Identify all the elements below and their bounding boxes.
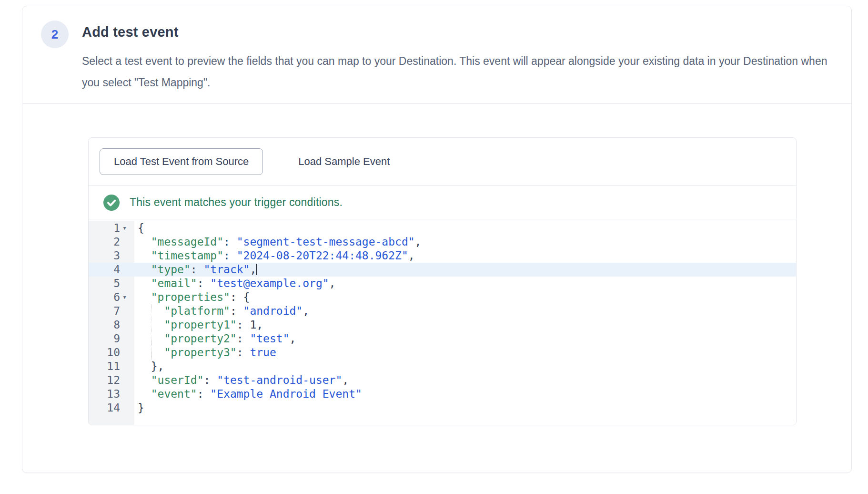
gutter-cell: 14 [89,401,134,415]
line-number: 7 [113,304,120,318]
gutter-cell: 10 [89,346,134,360]
gutter-cell: 4 [89,263,134,277]
line-number: 12 [107,373,120,387]
gutter-cell: 6▾ [89,290,134,304]
code-line[interactable]: 13 "event": "Example Android Event" [89,387,796,401]
fold-slot [120,277,134,290]
editor-filler [89,415,796,425]
code-line[interactable]: 7 "platform": "android", [89,304,796,318]
gutter-cell: 2 [89,235,134,249]
line-number: 1 [113,221,120,235]
test-event-panel: Load Test Event from Source Load Sample … [88,137,797,425]
indent-guide [151,332,151,346]
step-number-badge: 2 [41,21,69,48]
code-content[interactable]: "property2": "test", [134,332,796,346]
line-number: 14 [107,401,120,415]
fold-slot [120,360,134,373]
line-number: 6 [113,290,120,304]
text-cursor [256,264,257,275]
code-content[interactable]: "type": "track", [134,263,796,277]
code-content[interactable]: "event": "Example Android Event" [134,387,796,401]
code-content[interactable]: "messageId": "segment-test-message-abcd"… [134,235,796,249]
card-header: 2 Add test event Select a test event to … [22,6,851,103]
line-number: 5 [113,277,120,290]
line-number: 2 [113,235,120,249]
code-content[interactable]: "userId": "test-android-user", [134,373,796,387]
line-number: 3 [113,249,120,263]
line-number: 11 [107,360,120,373]
fold-slot [120,387,134,401]
code-content[interactable]: { [134,221,796,235]
code-line[interactable]: 5 "email": "test@example.org", [89,277,796,290]
code-content[interactable]: }, [134,360,796,373]
code-line[interactable]: 10 "property3": true [89,346,796,360]
code-content[interactable]: "property1": 1, [134,318,796,332]
gutter-cell: 9 [89,332,134,346]
event-source-toolbar: Load Test Event from Source Load Sample … [89,138,796,186]
code-line[interactable]: 6▾ "properties": { [89,290,796,304]
code-content[interactable]: } [134,401,796,415]
fold-slot [120,249,134,263]
code-content[interactable]: "email": "test@example.org", [134,277,796,290]
code-line[interactable]: 8 "property1": 1, [89,318,796,332]
line-number: 13 [107,387,120,401]
code-content[interactable]: "platform": "android", [134,304,796,318]
code-line[interactable]: 9 "property2": "test", [89,332,796,346]
fold-toggle-icon[interactable]: ▾ [120,290,134,304]
gutter-cell: 1▾ [89,221,134,235]
gutter-cell: 7 [89,304,134,318]
code-editor[interactable]: 1▾{2 "messageId": "segment-test-message-… [89,219,796,425]
fold-slot [120,263,134,277]
code-line[interactable]: 3 "timestamp": "2024-08-20T22:44:48.962Z… [89,249,796,263]
line-number: 8 [113,318,120,332]
code-line[interactable]: 2 "messageId": "segment-test-message-abc… [89,235,796,249]
indent-guide [151,346,151,360]
code-line[interactable]: 1▾{ [89,221,796,235]
step-description: Select a test event to preview the field… [82,51,832,93]
gutter-cell: 12 [89,373,134,387]
code-line[interactable]: 12 "userId": "test-android-user", [89,373,796,387]
load-sample-event-button[interactable]: Load Sample Event [292,155,396,168]
indent-guide [151,318,151,332]
code-content[interactable]: "properties": { [134,290,796,304]
fold-slot [120,318,134,332]
status-message: This event matches your trigger conditio… [130,196,343,209]
gutter-cell: 8 [89,318,134,332]
fold-slot [120,401,134,415]
page-title: Add test event [82,24,832,40]
success-check-icon [103,195,120,211]
fold-slot [120,304,134,318]
fold-slot [120,332,134,346]
step-number: 2 [51,27,58,42]
gutter-cell: 3 [89,249,134,263]
code-line[interactable]: 11 }, [89,360,796,373]
code-line[interactable]: 14} [89,401,796,415]
code-line[interactable]: 4 "type": "track", [89,263,796,277]
trigger-match-status: This event matches your trigger conditio… [89,186,796,219]
code-content[interactable]: "property3": true [134,346,796,360]
line-number: 10 [107,346,120,360]
fold-toggle-icon[interactable]: ▾ [120,221,134,235]
check-circle [103,195,120,211]
load-test-event-button[interactable]: Load Test Event from Source [100,148,263,175]
gutter-cell: 13 [89,387,134,401]
line-number: 9 [113,332,120,346]
fold-slot [120,346,134,360]
fold-slot [120,235,134,249]
gutter-cell: 5 [89,277,134,290]
line-number: 4 [113,263,120,277]
fold-slot [120,373,134,387]
indent-guide [151,304,151,318]
code-content[interactable]: "timestamp": "2024-08-20T22:44:48.962Z", [134,249,796,263]
gutter-cell: 11 [89,360,134,373]
add-test-event-card: 2 Add test event Select a test event to … [22,6,852,473]
